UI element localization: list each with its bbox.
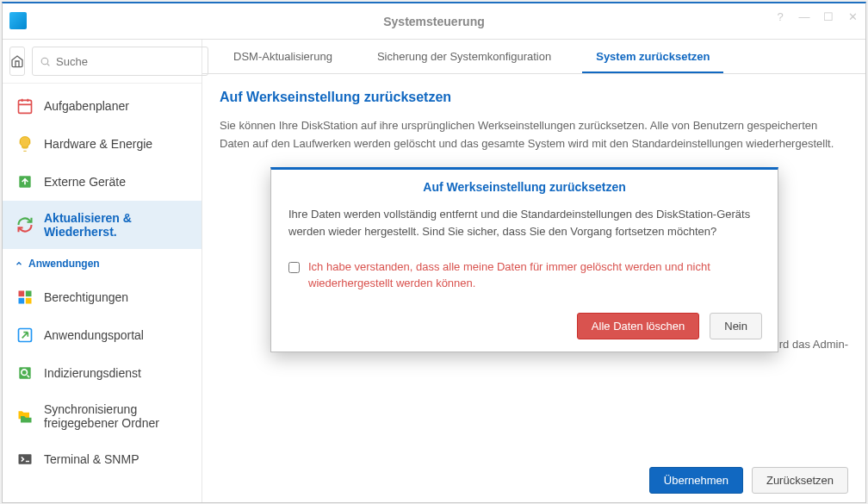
sidebar-item-label: Aufgabenplaner xyxy=(44,99,129,113)
minimize-icon[interactable]: — xyxy=(798,10,810,22)
svg-rect-8 xyxy=(19,367,32,380)
window-title: Systemsteuerung xyxy=(383,15,484,28)
svg-rect-3 xyxy=(19,291,25,297)
sidebar-item-taskscheduler[interactable]: Aufgabenplaner xyxy=(3,87,202,125)
app-window: Systemsteuerung ? — ☐ ✕ xyxy=(2,2,866,503)
section-toggle-apps[interactable]: Anwendungen xyxy=(3,249,202,278)
delete-all-button[interactable]: Alle Daten löschen xyxy=(577,313,699,339)
modal-checkbox-row: Ich habe verstanden, dass alle meine Dat… xyxy=(271,252,778,304)
sidebar-item-label: Synchronisierung freigegebener Ordner xyxy=(44,402,188,430)
sidebar-item-update[interactable]: Aktualisieren & Wiederherst. xyxy=(3,201,202,249)
search-box[interactable] xyxy=(32,47,208,76)
window-controls: ? — ☐ ✕ xyxy=(774,10,859,22)
maximize-icon[interactable]: ☐ xyxy=(822,10,834,22)
svg-rect-6 xyxy=(26,298,32,304)
confirm-delete-label[interactable]: Ich habe verstanden, dass alle meine Dat… xyxy=(308,259,760,292)
sidebar-item-label: Aktualisieren & Wiederherst. xyxy=(44,211,188,239)
sidebar-item-label: Hardware & Energie xyxy=(44,137,152,151)
close-icon[interactable]: ✕ xyxy=(846,10,859,22)
modal-footer: Alle Daten löschen Nein xyxy=(271,304,778,352)
sidebar-item-label: Berechtigungen xyxy=(44,290,128,304)
terminal-icon xyxy=(16,451,34,468)
home-button[interactable] xyxy=(9,47,25,76)
sidebar-item-terminal[interactable]: Terminal & SNMP xyxy=(3,440,202,478)
grid-icon xyxy=(16,289,34,306)
upload-icon xyxy=(16,173,34,190)
no-button[interactable]: Nein xyxy=(710,313,762,339)
content-paragraph: Sie können Ihre DiskStation auf ihre urs… xyxy=(220,117,848,153)
sidebar-item-label: Anwendungsportal xyxy=(44,328,144,342)
svg-rect-5 xyxy=(19,298,25,304)
chevron-up-icon xyxy=(15,259,23,268)
apply-button[interactable]: Übernehmen xyxy=(649,467,743,494)
tab-system-reset[interactable]: System zurücksetzen xyxy=(582,41,723,73)
svg-rect-10 xyxy=(18,453,33,464)
folder-sync-icon xyxy=(16,408,34,425)
home-icon xyxy=(10,54,24,68)
svg-rect-1 xyxy=(19,100,32,113)
titlebar: Systemsteuerung ? — ☐ ✕ xyxy=(3,3,865,40)
bulb-icon xyxy=(16,135,34,152)
svg-point-0 xyxy=(41,58,48,65)
reset-button[interactable]: Zurücksetzen xyxy=(752,467,848,494)
sidebar: Aufgabenplaner Hardware & Energie Extern… xyxy=(3,84,202,502)
arrow-box-icon xyxy=(16,327,34,344)
sidebar-item-label: Indizierungsdienst xyxy=(44,366,141,380)
sidebar-item-label: Terminal & SNMP xyxy=(44,452,139,466)
sidebar-item-hardware[interactable]: Hardware & Energie xyxy=(3,125,202,163)
sidebar-item-appportal[interactable]: Anwendungsportal xyxy=(3,316,202,354)
tab-config-backup[interactable]: Sicherung der Systemkonfiguration xyxy=(363,41,565,73)
sidebar-item-indexing[interactable]: Indizierungsdienst xyxy=(3,354,202,392)
modal-body-text: Ihre Daten werden vollständig entfernt u… xyxy=(271,201,778,252)
content-heading: Auf Werkseinstellung zurücksetzen xyxy=(220,90,848,105)
sidebar-item-external[interactable]: Externe Geräte xyxy=(3,163,202,201)
app-icon xyxy=(9,12,27,29)
search-bar xyxy=(3,40,202,84)
refresh-icon xyxy=(16,216,34,233)
tab-dsm-update[interactable]: DSM-Aktualisierung xyxy=(220,41,346,73)
tab-bar: DSM-Aktualisierung Sicherung der Systemk… xyxy=(202,40,865,74)
help-icon[interactable]: ? xyxy=(774,10,786,22)
section-label: Anwendungen xyxy=(28,258,100,270)
left-column: Aufgabenplaner Hardware & Energie Extern… xyxy=(3,40,202,502)
calendar-icon xyxy=(16,97,34,115)
magnify-file-icon xyxy=(16,364,34,382)
footer-buttons: Übernehmen Zurücksetzen xyxy=(649,467,848,494)
confirm-modal: Auf Werkseinstellung zurücksetzen Ihre D… xyxy=(270,167,778,352)
search-input[interactable] xyxy=(56,55,201,68)
sidebar-item-label: Externe Geräte xyxy=(44,175,126,189)
confirm-delete-checkbox[interactable] xyxy=(288,261,300,274)
modal-title: Auf Werkseinstellung zurücksetzen xyxy=(271,170,778,201)
svg-rect-4 xyxy=(26,291,32,297)
search-icon xyxy=(40,56,51,67)
sidebar-item-permissions[interactable]: Berechtigungen xyxy=(3,278,202,316)
sidebar-item-foldersync[interactable]: Synchronisierung freigegebener Ordner xyxy=(3,392,202,440)
